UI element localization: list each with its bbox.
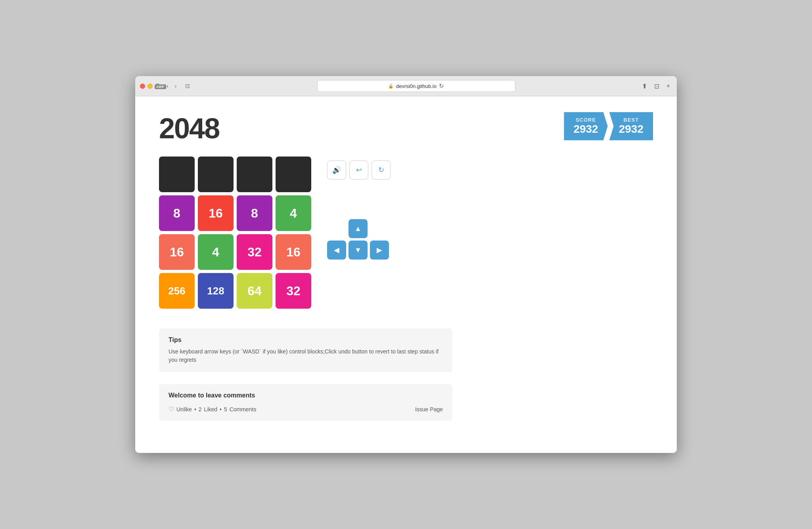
comments-footer: ♡ Unlike • 2 Liked • 5 Comments Issue Pa… (169, 405, 443, 413)
controls-area: 🔊 ↩ ↻ ▲ ◀ (327, 157, 391, 260)
grid-cell: 4 (198, 234, 234, 270)
lock-icon: 🔒 (388, 84, 394, 89)
browser-content: 2048 SCORE 2932 BEST 2932 81684164321625… (135, 96, 677, 453)
grid-cell: 16 (198, 195, 234, 231)
tips-section: Tips Use keyboard arrow keys (or `WASD` … (159, 328, 452, 372)
url-text: devrsi0n.github.io (396, 83, 437, 89)
direction-pad: ▲ ◀ ▼ ▶ (327, 219, 391, 260)
add-tab-button[interactable]: + (665, 82, 672, 90)
best-label: BEST (624, 117, 639, 123)
share-button[interactable]: ⬆ (640, 82, 649, 91)
comments-section: Welcome to leave comments ♡ Unlike • 2 L… (159, 384, 452, 421)
separator-dot: • (194, 406, 196, 413)
address-bar[interactable]: 🔒 devrsi0n.github.io ↻ (317, 80, 515, 92)
comments-title: Welcome to leave comments (169, 392, 443, 399)
minimize-button[interactable] (147, 84, 153, 89)
grid-cell: 32 (276, 273, 311, 309)
separator-dot2: • (220, 406, 222, 413)
liked-count: 2 (199, 406, 202, 413)
heart-icon: ♡ (169, 405, 174, 413)
grid-cell: 8 (237, 195, 272, 231)
score-label: SCORE (576, 117, 596, 123)
sound-button[interactable]: 🔊 (327, 160, 346, 180)
grid-cell (198, 157, 234, 192)
right-icon: ▶ (377, 246, 382, 254)
comments-label: Comments (230, 406, 257, 413)
new-window-button[interactable]: ⊡ (652, 82, 661, 91)
game-title: 2048 (159, 112, 219, 145)
grid-cell: 64 (237, 273, 272, 309)
undo-icon: ↩ (356, 166, 362, 174)
unlike-label[interactable]: Unlike (176, 406, 192, 413)
grid-cell: 256 (159, 273, 195, 309)
grid-cell: 8 (159, 195, 195, 231)
down-button[interactable]: ▼ (349, 241, 368, 260)
grid-cell: 128 (198, 273, 234, 309)
restart-button[interactable]: ↻ (372, 160, 391, 180)
up-icon: ▲ (354, 225, 362, 233)
sound-icon: 🔊 (332, 166, 341, 174)
action-buttons: 🔊 ↩ ↻ (327, 160, 391, 180)
score-area: SCORE 2932 BEST 2932 (564, 112, 653, 140)
best-badge: BEST 2932 (609, 112, 653, 140)
tips-text: Use keyboard arrow keys (or `WASD` if yo… (169, 348, 443, 364)
score-badge: SCORE 2932 (564, 112, 607, 140)
browser-chrome: ‹ › ⊡ 🔒 devrsi0n.github.io ↻ ABP ⬆ ⊡ + (135, 76, 677, 96)
likes-area: ♡ Unlike • 2 Liked • 5 Comments (169, 405, 256, 413)
left-button[interactable]: ◀ (327, 241, 346, 260)
nav-buttons: ‹ › (164, 82, 179, 90)
grid-cell: 16 (159, 234, 195, 270)
game-grid: 8168416432162561286432 (159, 157, 311, 309)
game-area: 8168416432162561286432 🔊 ↩ ↻ ▲ (159, 157, 653, 309)
issue-page-link[interactable]: Issue Page (415, 406, 443, 413)
grid-cell (159, 157, 195, 192)
right-button[interactable]: ▶ (370, 241, 389, 260)
grid-cell (237, 157, 272, 192)
best-value: 2932 (619, 123, 643, 136)
forward-button[interactable]: › (172, 82, 179, 90)
adblock-badge: ABP (155, 84, 166, 89)
reload-button[interactable]: ↻ (439, 82, 444, 90)
left-icon: ◀ (334, 246, 339, 254)
restart-icon: ↻ (378, 166, 384, 174)
grid-cell (276, 157, 311, 192)
undo-button[interactable]: ↩ (349, 160, 368, 180)
up-button[interactable]: ▲ (349, 219, 368, 238)
down-icon: ▼ (354, 246, 362, 254)
close-button[interactable] (140, 84, 145, 89)
liked-label: Liked (204, 406, 217, 413)
grid-cell: 32 (237, 234, 272, 270)
comments-count: 5 (224, 406, 227, 413)
tips-title: Tips (169, 336, 443, 344)
browser-actions: ⬆ ⊡ + (640, 82, 672, 91)
score-value: 2932 (573, 123, 598, 136)
sidebar-button[interactable]: ⊡ (183, 82, 192, 90)
game-header: 2048 SCORE 2932 BEST 2932 (159, 112, 653, 145)
grid-cell: 16 (276, 234, 311, 270)
browser-window: ‹ › ⊡ 🔒 devrsi0n.github.io ↻ ABP ⬆ ⊡ + 2… (135, 76, 677, 453)
grid-cell: 4 (276, 195, 311, 231)
